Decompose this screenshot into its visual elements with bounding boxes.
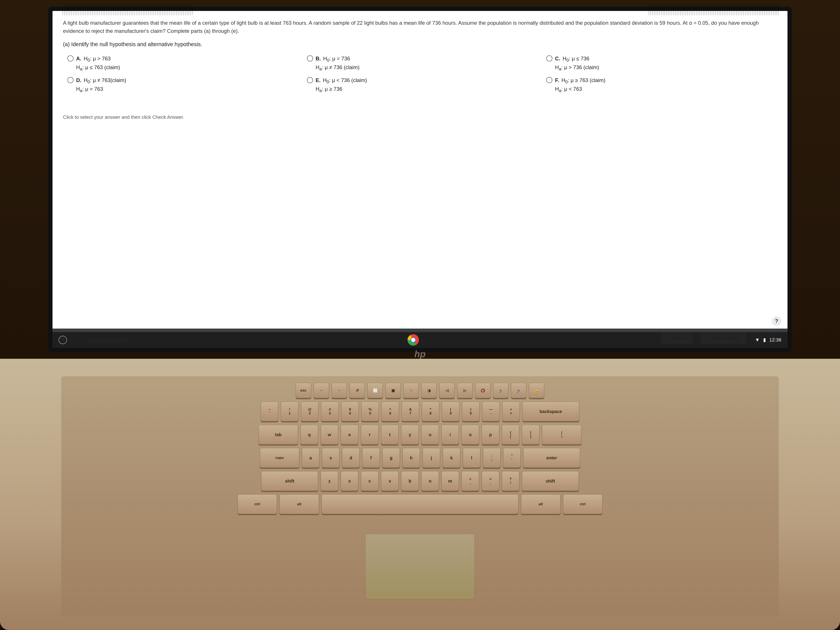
key-g[interactable]: g — [382, 448, 400, 468]
radio-d[interactable] — [67, 77, 74, 83]
key-bright-up[interactable]: ◑ — [421, 383, 437, 398]
key-quote[interactable]: "' — [503, 448, 521, 468]
key-9[interactable]: (9 — [442, 402, 459, 421]
key-j[interactable]: j — [423, 448, 440, 468]
option-d[interactable]: D. H0: μ ≠ 763(claim) Ha: μ = 763 — [67, 76, 298, 94]
touchpad[interactable] — [365, 534, 475, 599]
key-fullscreen[interactable]: ⬜ — [368, 383, 383, 398]
key-o[interactable]: o — [461, 425, 479, 445]
key-rctrl[interactable]: ctrl — [563, 494, 602, 514]
key-tab[interactable]: tab — [259, 425, 298, 445]
key-e[interactable]: e — [341, 425, 358, 445]
key-m[interactable]: m — [441, 471, 459, 491]
radio-c[interactable] — [546, 55, 553, 62]
key-mute[interactable]: 🔇 — [475, 383, 490, 398]
option-f[interactable]: F. H0: μ ≥ 763 (claim) Ha: μ < 763 — [546, 76, 777, 94]
key-5[interactable]: %5 — [362, 402, 379, 421]
chrome-icon[interactable] — [407, 334, 419, 346]
key-prev-track[interactable]: ◁ — [439, 383, 455, 398]
key-tilde[interactable]: ~` — [261, 402, 278, 421]
key-a[interactable]: a — [302, 448, 319, 468]
key-2[interactable]: @2 — [301, 402, 319, 421]
key-b[interactable]: b — [401, 471, 419, 491]
key-f[interactable]: f — [362, 448, 380, 468]
option-e[interactable]: E. H0: μ < 736 (claim) Ha: μ ≥ 736 — [307, 76, 538, 94]
help-button[interactable]: ? — [772, 316, 782, 326]
key-lbracket[interactable]: {[ — [502, 425, 519, 445]
key-minus[interactable]: —- — [482, 402, 500, 421]
key-l[interactable]: l — [463, 448, 480, 468]
key-enter[interactable]: enter — [523, 448, 580, 468]
key-caps[interactable]: caps — [260, 448, 299, 468]
key-7[interactable]: &7 — [402, 402, 419, 421]
key-4[interactable]: $4 — [341, 402, 359, 421]
option-d-text: D. H0: μ ≠ 763(claim) Ha: μ = 763 — [76, 76, 126, 94]
key-y[interactable]: y — [401, 425, 419, 445]
key-r[interactable]: r — [361, 425, 379, 445]
key-d[interactable]: d — [342, 448, 360, 468]
key-lock[interactable]: 🔒 — [529, 383, 544, 398]
key-bright-down[interactable]: ○ — [403, 383, 419, 398]
option-c[interactable]: C. H0: μ ≤ 736 Ha: μ > 736 (claim) — [546, 55, 777, 72]
key-q[interactable]: q — [300, 425, 318, 445]
option-e-text: E. H0: μ < 736 (claim) Ha: μ ≥ 736 — [316, 76, 367, 94]
clock: 12:36 — [769, 337, 782, 343]
key-slash[interactable]: ?/ — [502, 471, 519, 491]
key-z[interactable]: z — [321, 471, 338, 491]
key-fwd[interactable]: → — [332, 383, 347, 398]
radio-a[interactable] — [67, 55, 74, 62]
key-backspace[interactable]: backspace — [523, 402, 579, 421]
key-comma[interactable]: <, — [461, 471, 479, 491]
keyboard-zxcv-row: shift z x c v b n m <, >. ?/ shift — [68, 471, 772, 491]
key-period[interactable]: >. — [482, 471, 499, 491]
option-f-text: F. H0: μ ≥ 763 (claim) Ha: μ < 763 — [555, 76, 605, 94]
key-w[interactable]: w — [321, 425, 338, 445]
key-x[interactable]: x — [341, 471, 358, 491]
key-refresh[interactable]: ↺ — [350, 383, 365, 398]
key-esc[interactable]: esc — [296, 383, 311, 398]
keyboard-asdf-row: caps a s d f g h j k l :; "' enter — [68, 448, 772, 468]
radio-b[interactable] — [307, 55, 313, 62]
key-s[interactable]: s — [322, 448, 339, 468]
options-grid: A. H0: μ > 763 Ha: μ ≤ 763 (claim) B. H0… — [67, 55, 777, 94]
key-k[interactable]: k — [443, 448, 460, 468]
key-h[interactable]: h — [403, 448, 420, 468]
keyboard-qwerty-row: tab q w e r t y u i o p {[ }] |\ — [68, 425, 772, 445]
key-equals[interactable]: += — [502, 402, 520, 421]
key-back[interactable]: ← — [314, 383, 329, 398]
option-b[interactable]: B. H0: μ = 736 Ha: μ ≠ 736 (claim) — [307, 55, 538, 72]
radio-e[interactable] — [307, 77, 313, 83]
taskbar-right: ▼ ▮ 12:36 — [755, 337, 782, 343]
key-rshift[interactable]: shift — [522, 471, 579, 491]
key-u[interactable]: u — [421, 425, 439, 445]
key-vol-down[interactable]: 🔉 — [493, 383, 508, 398]
key-semicolon[interactable]: :; — [483, 448, 501, 468]
key-v[interactable]: v — [381, 471, 399, 491]
option-a[interactable]: A. H0: μ > 763 Ha: μ ≤ 763 (claim) — [67, 55, 298, 72]
key-t[interactable]: t — [381, 425, 399, 445]
key-0[interactable]: )0 — [462, 402, 480, 421]
key-ctrl[interactable]: ctrl — [238, 494, 277, 514]
key-3[interactable]: #3 — [321, 402, 339, 421]
taskbar-circle-icon[interactable] — [58, 336, 67, 344]
key-6[interactable]: ^6 — [382, 402, 399, 421]
wifi-icon: ▼ — [755, 337, 760, 343]
key-p[interactable]: p — [482, 425, 499, 445]
key-1[interactable]: !1 — [281, 402, 298, 421]
key-n[interactable]: n — [421, 471, 439, 491]
key-rbracket[interactable]: }] — [522, 425, 540, 445]
key-vol-up[interactable]: 🔊 — [511, 383, 526, 398]
key-windows[interactable]: ▣ — [385, 383, 401, 398]
radio-f[interactable] — [546, 77, 553, 83]
key-i[interactable]: i — [441, 425, 459, 445]
key-ralt[interactable]: alt — [521, 494, 561, 514]
key-backslash[interactable]: |\ — [542, 425, 581, 445]
keyboard-fn-row: esc ← → ↺ ⬜ ▣ ○ ◑ ◁ ▷ 🔇 🔉 🔊 🔒 — [68, 383, 772, 398]
key-8[interactable]: *8 — [422, 402, 439, 421]
key-space[interactable] — [322, 494, 518, 514]
key-next-track[interactable]: ▷ — [457, 383, 472, 398]
key-alt[interactable]: alt — [279, 494, 319, 514]
key-lshift[interactable]: shift — [261, 471, 318, 491]
speaker-right — [647, 5, 779, 15]
key-c[interactable]: c — [361, 471, 379, 491]
